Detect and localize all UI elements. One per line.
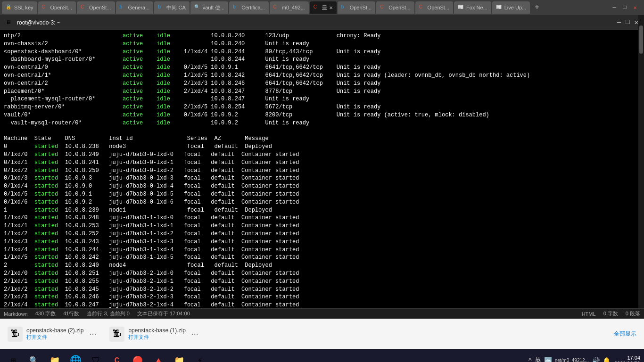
open-file-button-1[interactable]: 打开文件	[26, 334, 83, 341]
tab-favicon-ssl: 🔒	[6, 4, 12, 11]
network-status-text: net/m0_49212...	[555, 358, 589, 362]
tab-openst4[interactable]: C OpenSt...	[376, 1, 414, 14]
tab-favicon-13: 📰	[496, 4, 503, 11]
status-lang: HTML	[582, 311, 596, 317]
tab-favicon-6: b	[233, 4, 239, 11]
show-all-downloads-button[interactable]: 全部显示	[614, 330, 636, 338]
status-chars: 430 字数	[35, 310, 56, 317]
download-icon-2: 🗜	[109, 327, 124, 342]
tab-general[interactable]: b Genera...	[116, 1, 154, 14]
notification-icon[interactable]: 🔔	[603, 357, 611, 362]
terminal-maximize-button[interactable]: □	[626, 18, 629, 26]
terminal-window-controls: — □ ✕	[617, 18, 638, 26]
tab-favicon-11: C	[419, 4, 426, 11]
window-controls: — □ ✕	[611, 4, 642, 11]
tab-favicon-7: C	[273, 4, 280, 11]
search-button[interactable]: 🔍	[25, 351, 43, 362]
download-icon-1: 🗜	[8, 327, 23, 342]
start-button[interactable]: ⊞	[4, 351, 23, 362]
taskbar-folder[interactable]: 📁	[170, 351, 189, 362]
terminal-titlebar: 🖥 root@vivodo-3: ~ — □ ✕	[0, 15, 644, 30]
download-name-2: openstack-base (1).zip	[128, 327, 185, 334]
clock-date: 2020/10/29	[614, 361, 640, 362]
tab-favicon-2: C	[81, 4, 87, 11]
terminal-window: 🖥 root@vivodo-3: ~ — □ ✕ ntp/2 active id…	[0, 15, 644, 308]
filezilla-button[interactable]: ⚡	[190, 351, 209, 362]
tab-ssl-key[interactable]: 🔒 SSL key	[2, 1, 37, 14]
tab-liveup[interactable]: 📰 Live Up...	[492, 1, 530, 14]
taskbar-right-area: ^ 英 🔤 net/m0_49212... 🔊 🔔 17:04 2020/10/…	[528, 355, 640, 362]
volume-icon[interactable]: 🔊	[592, 357, 600, 362]
tab-favicon-5: 🔍	[194, 4, 201, 11]
tab-vault[interactable]: 🔍 vault 使...	[190, 1, 228, 14]
status-lines: 41行数	[63, 310, 79, 317]
scroll-thumb[interactable]	[639, 25, 643, 54]
edge-browser-button[interactable]: 🌐	[66, 351, 85, 362]
security-app-button[interactable]: 🛡	[87, 351, 106, 362]
clock-display[interactable]: 17:04 2020/10/29	[614, 355, 640, 362]
editor-status-bar: Markdown 430 字数 41行数 当前行 3, 当前列 0 文本已保存于…	[0, 308, 644, 319]
tab-favicon-8: C	[314, 4, 320, 11]
download-name-1: openstack-base (2).zip	[26, 327, 83, 334]
taskbar-app3[interactable]: 🔺	[149, 351, 168, 362]
tab-favicon-9: b	[341, 4, 348, 11]
download-more-1[interactable]: ···	[87, 329, 98, 339]
input-method-icon[interactable]: 英	[535, 356, 541, 362]
status-paragraphs: 0 段落	[626, 310, 640, 317]
browser-tab-bar: 🔒 SSL key C OpenSt... C OpenSt... b Gene…	[0, 0, 644, 15]
download-item-2: 🗜 openstack-base (1).zip 打开文件 ···	[109, 327, 200, 342]
open-file-button-2[interactable]: 打开文件	[128, 334, 185, 341]
clock-time: 17:04	[627, 355, 640, 361]
csdn-app-button[interactable]: C	[107, 351, 126, 362]
tab-openst2[interactable]: C OpenSt...	[77, 1, 115, 14]
download-item-1: 🗜 openstack-base (2).zip 打开文件 ···	[8, 327, 98, 342]
tab-favicon-12: 📰	[458, 4, 464, 11]
tab-certifica[interactable]: b Certifica...	[229, 1, 269, 14]
taskbar: ⊞ 🔍 📁 🌐 🛡 C 🔴 🔺 📁 ⚡ ^ 英 🔤 net/m0_49212..…	[0, 349, 644, 362]
status-bytes: 0 字数	[603, 310, 618, 317]
download-bar: 🗜 openstack-base (2).zip 打开文件 ··· 🗜 open…	[0, 319, 644, 349]
tab-openst1[interactable]: C OpenSt...	[38, 1, 76, 14]
minimize-button[interactable]: —	[611, 4, 618, 11]
download-info-2: openstack-base (1).zip 打开文件	[128, 327, 185, 341]
terminal-body[interactable]: ntp/2 active idle 10.0.8.240 123/udp chr…	[0, 30, 644, 308]
input-method-2-icon[interactable]: 🔤	[544, 357, 552, 362]
tab-close-icon[interactable]: ✕	[329, 5, 333, 10]
tray-expand-icon[interactable]: ^	[528, 357, 532, 362]
tab-favicon-3: b	[120, 4, 126, 11]
close-browser-button[interactable]: ✕	[632, 4, 638, 11]
tab-openst3[interactable]: b OpenSt...	[338, 1, 375, 14]
tab-favicon-10: C	[380, 4, 387, 11]
status-selection: 当前行 3, 当前列 0	[87, 310, 129, 317]
download-info-1: openstack-base (2).zip 打开文件	[26, 327, 83, 341]
terminal-scrollbar[interactable]	[638, 15, 644, 308]
tab-zhongjian[interactable]: b 中间 CA	[154, 1, 189, 14]
tab-foxnews[interactable]: 📰 Fox Ne...	[454, 1, 491, 14]
status-mode: Markdown	[4, 311, 28, 317]
tab-m0492[interactable]: C m0_492...	[270, 1, 309, 14]
tab-favicon-1: C	[42, 4, 49, 11]
download-more-2[interactable]: ···	[190, 329, 200, 339]
file-explorer-button[interactable]: 📁	[45, 351, 64, 362]
terminal-title: root@vivodo-3: ~	[17, 19, 60, 26]
terminal-minimize-button[interactable]: —	[617, 18, 621, 26]
terminal-close-button[interactable]: ✕	[635, 18, 638, 26]
new-tab-button[interactable]: +	[531, 3, 543, 12]
system-tray-icons: ^ 英 🔤 net/m0_49212... 🔊 🔔	[528, 356, 611, 362]
status-save: 文本已保存于 17:04:00	[137, 310, 190, 317]
terminal-icon: 🖥	[6, 19, 13, 26]
maximize-button[interactable]: □	[621, 4, 628, 11]
tab-active[interactable]: C 亖 ✕	[310, 1, 337, 14]
tab-favicon-4: b	[158, 4, 165, 11]
taskbar-app2[interactable]: 🔴	[128, 351, 147, 362]
tab-openst5[interactable]: C OpenSt...	[415, 1, 453, 14]
